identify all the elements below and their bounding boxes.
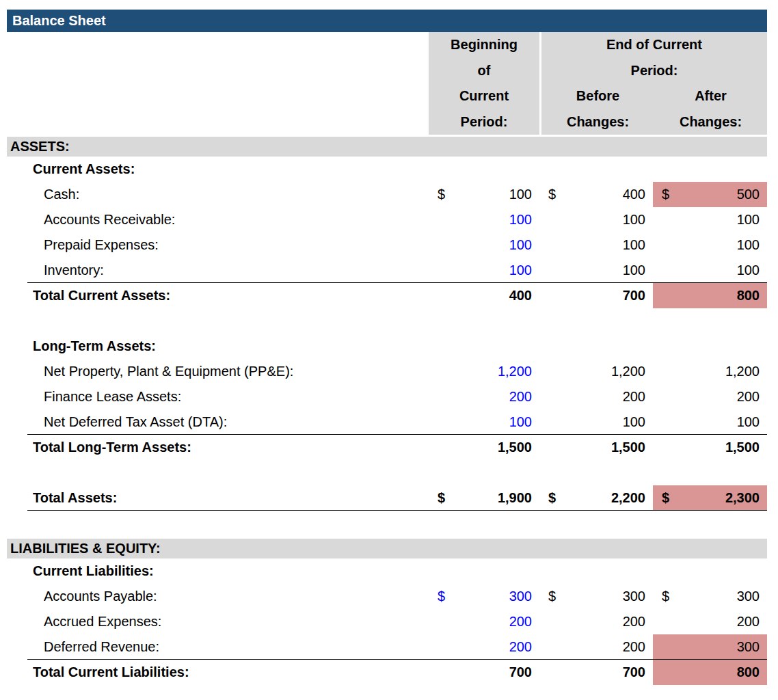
cell-after-highlighted: 800 — [653, 283, 767, 308]
row-label: Prepaid Expenses: — [7, 237, 429, 253]
cell-beginning: 1,200 — [429, 359, 539, 384]
cell-before: 200 — [539, 609, 653, 634]
cell-after: 200 — [653, 609, 767, 634]
dollar-sign: $ — [662, 589, 669, 604]
column-headers: Beginning of Current Period: End of Curr… — [7, 32, 767, 135]
row-label: Current Liabilities: — [7, 563, 429, 579]
cell-beginning: $100 — [429, 182, 539, 207]
cell-beginning: 200 — [429, 609, 539, 634]
row-total-assets: Total Assets: $1,900 $2,200 $2,300 — [7, 485, 767, 511]
section-header-liabilities-equity: LIABILITIES & EQUITY: — [7, 539, 767, 558]
cell-before: 200 — [539, 384, 653, 409]
dollar-sign: $ — [548, 187, 556, 202]
corner-spacer — [7, 32, 429, 135]
row-accounts-payable: Accounts Payable: $300 $300 $300 — [7, 584, 767, 609]
row-label: Accrued Expenses: — [7, 614, 429, 630]
row-label: Total Current Assets: — [7, 288, 429, 304]
row-label: Deferred Revenue: — [7, 639, 429, 655]
cell-after: 100 — [653, 207, 767, 232]
row-finance-lease-assets: Finance Lease Assets: 200 200 200 — [7, 384, 767, 409]
cell-after: $300 — [653, 584, 767, 609]
cell-beginning: 100 — [429, 207, 539, 232]
row-net-dta: Net Deferred Tax Asset (DTA): 100 100 10… — [7, 409, 767, 435]
row-label: Finance Lease Assets: — [7, 389, 429, 405]
cell-after: 1,500 — [653, 435, 767, 460]
row-label: Inventory: — [7, 262, 429, 278]
row-current-assets: Current Assets: — [7, 157, 767, 182]
row-total-current-assets: Total Current Assets: 400 700 800 — [7, 283, 767, 308]
row-inventory: Inventory: 100 100 100 — [7, 258, 767, 283]
cell-after: 1,200 — [653, 359, 767, 384]
cell-before: 100 — [539, 258, 653, 283]
cell-before: 1,200 — [539, 359, 653, 384]
row-label: Current Assets: — [7, 161, 429, 177]
cell-after: 100 — [653, 258, 767, 283]
row-prepaid-expenses: Prepaid Expenses: 100 100 100 — [7, 232, 767, 258]
col-header-end-title: End of Current Period: — [541, 32, 767, 83]
row-accounts-receivable: Accounts Receivable: 100 100 100 — [7, 207, 767, 232]
cell-before: 100 — [539, 207, 653, 232]
row-accrued-expenses: Accrued Expenses: 200 200 200 — [7, 609, 767, 634]
cell-beginning: 100 — [429, 409, 539, 435]
cell-after-highlighted: 300 — [653, 634, 767, 660]
cell-before: 1,500 — [539, 435, 653, 460]
row-total-long-term-assets: Total Long-Term Assets: 1,500 1,500 1,50… — [7, 435, 767, 460]
dollar-sign: $ — [548, 589, 556, 604]
col-header-before: Before Changes: — [541, 83, 654, 135]
cell-beginning: $1,900 — [429, 485, 539, 511]
cell-after-highlighted: $500 — [653, 182, 767, 207]
cell-beginning: 400 — [429, 283, 539, 308]
cell-beginning: 200 — [429, 634, 539, 660]
spacer-row — [7, 511, 767, 537]
cell-before: 100 — [539, 409, 653, 435]
cell-before: $2,200 — [539, 485, 653, 511]
section-header-assets: ASSETS: — [7, 137, 767, 157]
sheet-title: Balance Sheet — [7, 10, 767, 32]
cell-after-highlighted: 800 — [653, 660, 767, 685]
row-deferred-revenue: Deferred Revenue: 200 200 300 — [7, 634, 767, 660]
col-header-end-group: End of Current Period: Before Changes: A… — [541, 32, 767, 135]
row-cash: Cash: $100 $400 $500 — [7, 182, 767, 207]
row-label: Long-Term Assets: — [7, 338, 429, 354]
cell-beginning: 200 — [429, 384, 539, 409]
dollar-sign: $ — [438, 187, 445, 202]
row-label: Total Long-Term Assets: — [7, 440, 429, 455]
dollar-sign: $ — [548, 490, 556, 506]
row-label: Total Assets: — [7, 490, 429, 506]
cell-before: 700 — [539, 283, 653, 308]
cell-before: 200 — [539, 634, 653, 660]
spacer-row — [7, 460, 767, 485]
cell-before: 100 — [539, 232, 653, 258]
cell-before: $400 — [539, 182, 653, 207]
spacer-row — [7, 308, 767, 334]
dollar-sign: $ — [438, 589, 445, 604]
cell-before: $300 — [539, 584, 653, 609]
dollar-sign: $ — [662, 187, 669, 202]
cell-beginning: $300 — [429, 584, 539, 609]
col-header-after: After Changes: — [654, 83, 767, 135]
cell-beginning: 1,500 — [429, 435, 539, 460]
balance-sheet: Balance Sheet Beginning of Current Perio… — [7, 10, 767, 685]
cell-beginning: 700 — [429, 660, 539, 685]
dollar-sign: $ — [438, 490, 445, 506]
row-net-ppe: Net Property, Plant & Equipment (PP&E): … — [7, 359, 767, 384]
row-long-term-assets: Long-Term Assets: — [7, 334, 767, 359]
cell-after: 100 — [653, 409, 767, 435]
col-header-beginning: Beginning of Current Period: — [429, 32, 539, 135]
row-label: Accounts Receivable: — [7, 212, 429, 228]
dollar-sign: $ — [662, 490, 669, 506]
row-label: Cash: — [7, 187, 429, 202]
cell-beginning: 100 — [429, 232, 539, 258]
row-label: Accounts Payable: — [7, 589, 429, 604]
cell-after: 100 — [653, 232, 767, 258]
cell-after-highlighted: $2,300 — [653, 485, 767, 511]
row-current-liabilities: Current Liabilities: — [7, 558, 767, 584]
row-label: Net Deferred Tax Asset (DTA): — [7, 414, 429, 430]
row-label: Net Property, Plant & Equipment (PP&E): — [7, 364, 429, 379]
cell-after: 200 — [653, 384, 767, 409]
row-total-current-liabilities: Total Current Liabilities: 700 700 800 — [7, 660, 767, 685]
row-label: Total Current Liabilities: — [7, 664, 429, 680]
cell-before: 700 — [539, 660, 653, 685]
cell-beginning: 100 — [429, 258, 539, 283]
